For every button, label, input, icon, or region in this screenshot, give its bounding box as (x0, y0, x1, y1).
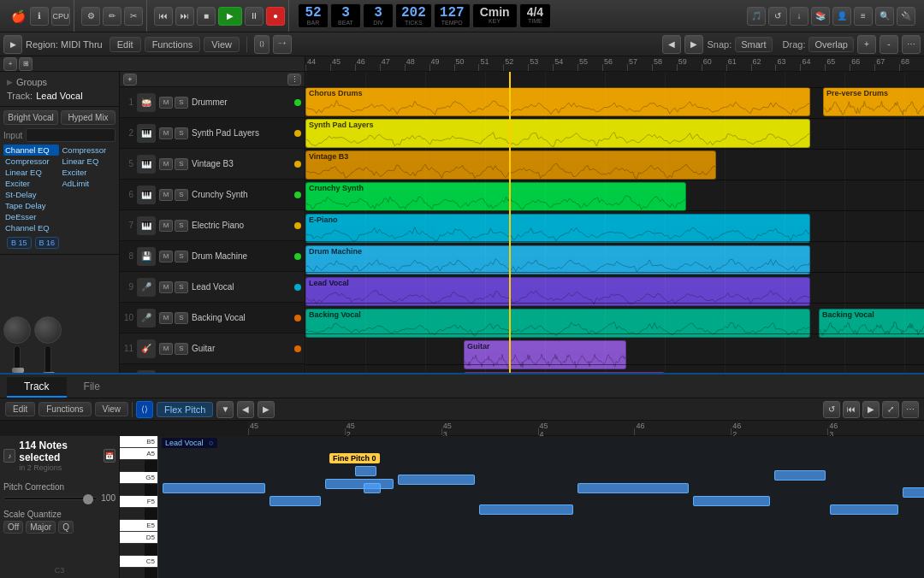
pitch-slider-thumb[interactable] (83, 494, 93, 504)
plugin-deesser[interactable]: DeEsser (3, 211, 59, 222)
piano-key-white[interactable]: C5 (120, 556, 157, 568)
mute-btn[interactable]: M (159, 281, 173, 293)
bp-back-icon[interactable]: ◀ (237, 401, 254, 418)
clip[interactable]: Pre-verse Drums (823, 87, 924, 116)
scale-major-dropdown[interactable]: Major (26, 521, 56, 534)
export-icon[interactable]: ↓ (790, 7, 808, 26)
apple-icon[interactable]: 🍎 (9, 7, 27, 26)
solo-btn[interactable]: S (175, 97, 188, 109)
tab-track[interactable]: Track (7, 377, 67, 398)
piano-key-white[interactable]: D5 (120, 532, 157, 544)
piano-key-white[interactable]: G5 (120, 472, 157, 484)
region-arrow-icon[interactable]: ▶ (3, 35, 22, 54)
scale-off-dropdown[interactable]: Off (3, 521, 23, 534)
tab-file[interactable]: File (67, 377, 117, 398)
more-icon[interactable]: ⋯ (902, 35, 921, 54)
pitch-slider[interactable] (3, 497, 98, 500)
fp-note[interactable] (903, 487, 924, 498)
clip[interactable]: Chorus Drums (305, 87, 810, 116)
mute-btn[interactable]: M (159, 312, 173, 324)
clip[interactable]: Synth Pad Layers (305, 119, 810, 148)
track-item[interactable]: 2 🎹 M S Synth Pad Layers (120, 118, 305, 149)
mute-btn[interactable]: M (159, 251, 173, 262)
plugin-linear-eq-2[interactable]: Linear EQ (61, 156, 116, 167)
fp-note[interactable] (398, 475, 475, 485)
fp-note[interactable] (774, 470, 826, 481)
drag-dropdown[interactable]: Overlap (808, 37, 854, 52)
flex-icon[interactable]: ⟨⟩ (254, 35, 270, 54)
mute-btn[interactable]: M (159, 158, 173, 170)
settings-icon[interactable]: ⚙ (81, 7, 100, 26)
zoom-out-icon[interactable]: - (880, 35, 898, 54)
bp-zoom-icon[interactable]: ⤢ (882, 401, 899, 418)
cpu-icon[interactable]: CPU (51, 7, 70, 26)
fp-note[interactable] (364, 483, 381, 493)
plugin-channel-eq-2[interactable]: Channel EQ (3, 222, 59, 233)
record-button[interactable]: ● (266, 7, 285, 26)
plugin-icon[interactable]: 🔌 (897, 7, 915, 26)
pan-knob-2[interactable] (34, 316, 62, 344)
plugin-linear-eq-1[interactable]: Linear EQ (3, 167, 59, 178)
solo-btn[interactable]: S (175, 312, 188, 324)
mute-btn[interactable]: M (159, 220, 173, 232)
zoom-in-icon[interactable]: + (857, 35, 876, 54)
fp-note[interactable] (830, 504, 898, 515)
clip[interactable]: Backing Vocal (305, 309, 810, 338)
track-item[interactable]: 5 🎹 M S Vintage B3 (120, 149, 305, 180)
fp-note[interactable] (479, 504, 573, 515)
track-item[interactable]: 8 💾 M S Drum Machine (120, 241, 305, 272)
track-item[interactable]: 9 🎤 M S Lead Vocal (120, 272, 305, 303)
clip[interactable]: Lead Vocal (305, 277, 810, 306)
track-item[interactable]: 7 🎹 M S Electric Piano (120, 210, 305, 241)
edit-menu[interactable]: Edit (110, 37, 141, 52)
mute-btn[interactable]: M (159, 189, 173, 201)
fast-forward-button[interactable]: ⏭ (175, 7, 194, 26)
piano-key-white[interactable]: F5 (120, 496, 157, 508)
ruler-add-icon[interactable]: + (3, 57, 17, 71)
track-item[interactable]: 10 🎤 M S Backing Vocal (120, 303, 305, 333)
piano-key-black[interactable] (120, 544, 145, 556)
track-item[interactable]: 6 🎹 M S Crunchy Synth (120, 180, 305, 210)
bp-play-icon[interactable]: ▶ (862, 401, 880, 418)
solo-btn[interactable]: S (175, 251, 188, 262)
pen-icon[interactable]: ✏ (103, 7, 121, 26)
plugin-compressor-2[interactable]: Compressor (61, 144, 116, 156)
piano-key-white[interactable]: A5 (120, 448, 157, 460)
pan-knob[interactable] (3, 316, 31, 344)
cycle-icon[interactable]: ↺ (768, 7, 787, 26)
plugin-exciter-2[interactable]: Exciter (61, 167, 116, 178)
plugin-tape-delay[interactable]: Tape Delay (3, 200, 59, 211)
search-icon[interactable]: 🔍 (875, 7, 894, 26)
quantize-icon[interactable]: ⁻⁺ (273, 35, 292, 54)
plugin-compressor-1[interactable]: Compressor (3, 156, 59, 167)
fp-note[interactable] (163, 483, 265, 493)
bp-edit-menu[interactable]: Edit (5, 402, 35, 416)
bp-functions-menu[interactable]: Functions (38, 402, 91, 416)
plugin-exciter-1[interactable]: Exciter (3, 178, 59, 189)
track-item[interactable]: 11 🎸 M S Guitar (120, 333, 305, 364)
track-item[interactable]: 1 🥁 M S Drummer (120, 87, 305, 118)
piano-key-black[interactable] (120, 484, 145, 496)
clip[interactable]: Crunchy Synth (305, 182, 686, 211)
bright-vocal-btn[interactable]: Bright Vocal (3, 110, 58, 125)
solo-btn[interactable]: S (175, 281, 188, 293)
nudge-right-icon[interactable]: ▶ (684, 35, 703, 54)
track-options-btn[interactable]: ⋮ (287, 74, 301, 86)
metronome-icon[interactable]: 🎵 (747, 7, 766, 26)
nudge-left-icon[interactable]: ◀ (662, 35, 681, 54)
pause-button[interactable]: ⏸ (245, 7, 264, 26)
bp-forward-icon[interactable]: ▶ (258, 401, 275, 418)
bp-flex-icon[interactable]: ⟨⟩ (136, 401, 153, 418)
plugin-st-delay[interactable]: St-Delay (3, 189, 59, 200)
view-menu[interactable]: View (204, 37, 240, 52)
clip[interactable]: Guitar (464, 340, 626, 369)
piano-key-white[interactable]: E5 (120, 520, 157, 532)
piano-key-black[interactable] (120, 568, 145, 578)
fp-note[interactable] (270, 496, 321, 506)
rewind-button[interactable]: ⏮ (154, 7, 173, 26)
mute-btn[interactable]: M (159, 127, 173, 139)
solo-btn[interactable]: S (175, 189, 188, 201)
snap-dropdown[interactable]: Smart (735, 37, 772, 52)
info-icon[interactable]: ℹ (30, 7, 49, 26)
mute-btn[interactable]: M (159, 97, 173, 109)
